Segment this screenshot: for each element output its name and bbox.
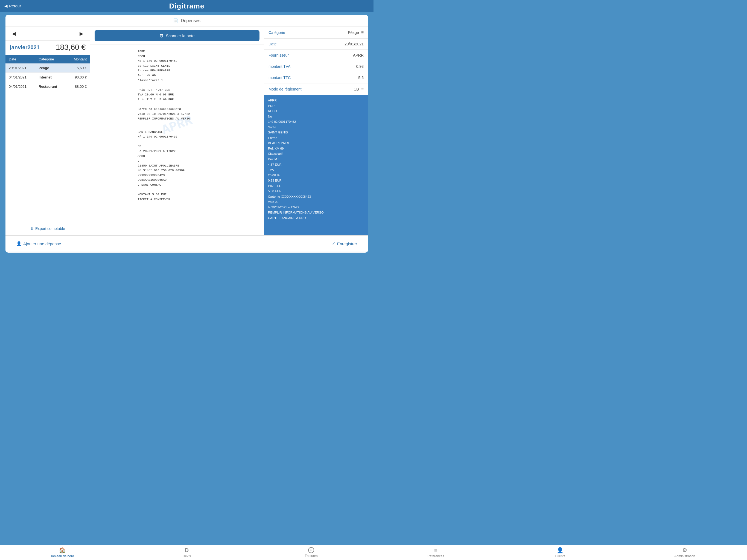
menu-icon[interactable]: ≡: [361, 87, 364, 92]
receipt-line: [138, 125, 216, 130]
col-date: Date: [5, 55, 35, 63]
cell-date: 04/01/2021: [5, 73, 35, 82]
receipt-line: [138, 123, 216, 123]
scan-button[interactable]: 🖼 Scanner la note: [95, 30, 259, 41]
ocr-line: TVA: [268, 167, 364, 173]
ocr-line: 20.00 %: [268, 173, 364, 178]
ocr-list: APRRPRRRECUNo149 02 0001170452SortieSAIN…: [264, 95, 368, 235]
cell-date: 04/01/2021: [5, 82, 35, 91]
receipt-line: CB: [138, 144, 216, 149]
field-row: Fournisseur APRR: [264, 50, 368, 61]
receipt-line: 21850 SAINT-APOLLINAIRE: [138, 163, 216, 169]
app-header: ◀ Retour Digitrame: [0, 0, 374, 12]
receipt-line: REMPLIR INFORMATIONS AU VERSO: [138, 117, 216, 121]
ocr-line: Ref. KM 69: [268, 146, 364, 152]
field-value: 29/01/2021: [344, 42, 364, 46]
receipt-line: CARTE BANCAIRE: [138, 130, 216, 135]
receipt-content: APRR APRRRECUNo 1 149 02 0001170452Sorti…: [133, 45, 221, 206]
month-nav: ◀ ▶: [5, 27, 90, 41]
cell-date: 29/01/2021: [5, 63, 35, 73]
receipt-line: [138, 187, 216, 193]
receipt-line: APRR: [138, 154, 216, 159]
fields-container: Catégorie Péage ≡ Date 29/01/2021 Fourni…: [264, 27, 368, 95]
receipt-line: .: [138, 159, 216, 163]
ocr-line: REMPLIR INFORMATIONS AU VERSO: [268, 210, 364, 215]
ocr-line: CARTE BANCAIRE A DRD: [268, 215, 364, 221]
cell-amount: 90,00 €: [66, 73, 90, 82]
add-icon: 👤: [17, 241, 22, 246]
ocr-line: Prix T.T.C.: [268, 183, 364, 189]
left-panel: ◀ ▶ janvier2021 183,60 € Date Catégorie …: [5, 27, 90, 235]
field-row: Catégorie Péage ≡: [264, 27, 368, 39]
table-header-row: Date Catégorie Montant: [5, 55, 90, 63]
content-area: ◀ ▶ janvier2021 183,60 € Date Catégorie …: [5, 27, 368, 235]
ocr-line: BEAUREPAIRE: [268, 141, 364, 146]
ocr-line: Drix M.T.: [268, 157, 364, 162]
col-category: Catégorie: [35, 55, 66, 63]
scan-icon: 🖼: [159, 33, 163, 38]
field-value: APRR: [353, 53, 364, 57]
ocr-line: RECU: [268, 108, 364, 114]
cell-category: Internet: [35, 73, 66, 82]
ocr-line: 4.67 EUR: [268, 162, 364, 168]
receipt-line: MONTANT 5.60 EUR: [138, 192, 216, 197]
menu-icon[interactable]: ≡: [361, 30, 364, 35]
ocr-line: No: [268, 114, 364, 120]
receipt-area: APRR APRRRECUNo 1 149 02 0001170452Sorti…: [90, 45, 264, 235]
field-row: Date 29/01/2021: [264, 39, 368, 50]
field-label: Mode de règlement: [268, 87, 354, 91]
field-value: 5.6: [358, 75, 364, 80]
export-button[interactable]: ⬇ Export comptable: [10, 226, 85, 231]
add-expense-button[interactable]: 👤 Ajouter une dépense: [17, 241, 61, 246]
field-row: montant TVA 0.93: [264, 61, 368, 72]
next-month-button[interactable]: ▶: [77, 29, 85, 38]
receipt-line: Prix H.T. 4.67 EUR: [138, 88, 216, 93]
expense-table: Date Catégorie Montant 29/01/2021 Péage …: [5, 55, 90, 91]
month-total: 183,60 €: [40, 43, 85, 52]
receipt-line: APRR: [138, 49, 216, 54]
ocr-line: APRR: [268, 98, 364, 103]
add-label: Ajouter une dépense: [23, 241, 61, 246]
ocr-line: le 29/01/2021 a 17h22: [268, 205, 364, 210]
field-value: CB: [354, 87, 359, 91]
receipt-line: 998AAAB1698065A0: [138, 178, 216, 183]
field-label: Catégorie: [268, 30, 348, 35]
ocr-line: Classe'arif: [268, 151, 364, 157]
month-header: janvier2021 183,60 €: [5, 41, 90, 55]
receipt-line: TICKET A CONSERVER: [138, 197, 216, 202]
ocr-line: Sortie: [268, 125, 364, 130]
cell-amount: 5,60 €: [66, 63, 90, 73]
ocr-line: 149 02 0001170452: [268, 119, 364, 125]
receipt-line: XXXXXXXXXXX8423: [138, 173, 216, 178]
ocr-line: SAINT GENIS: [268, 130, 364, 135]
field-label: montant TVA: [268, 64, 356, 69]
left-footer: ⬇ Export comptable: [5, 222, 90, 235]
receipt-line: Prix T.T.C. 5.60 EUR: [138, 97, 216, 102]
prev-month-button[interactable]: ◀: [10, 29, 18, 38]
expense-tbody: 29/01/2021 Péage 5,60 € 04/01/2021 Inter…: [5, 63, 90, 91]
table-row[interactable]: 04/01/2021 Internet 90,00 €: [5, 73, 90, 82]
ocr-line: 5.60 EUR: [268, 189, 364, 194]
field-value: 0.93: [356, 64, 364, 69]
receipt-line: Le 29/01/2021 a 17h22: [138, 149, 216, 154]
table-row[interactable]: 04/01/2021 Restaurant 88,00 €: [5, 82, 90, 91]
receipt-line: C SANS CONTACT: [138, 183, 216, 187]
receipt-line: N° 1 149 02 0001170452: [138, 134, 216, 139]
field-row: montant TTC 5.6: [264, 72, 368, 83]
action-bar: 👤 Ajouter une dépense ✓ Enregistrer: [5, 235, 368, 252]
back-button[interactable]: ◀ Retour: [4, 4, 21, 8]
save-button[interactable]: ✓ Enregistrer: [332, 241, 357, 246]
field-label: Date: [268, 42, 344, 46]
receipt-line: Carte no XXXXXXXXXXX8423: [138, 107, 216, 112]
right-panel: Catégorie Péage ≡ Date 29/01/2021 Fourni…: [264, 27, 368, 235]
receipt-line: RECU: [138, 54, 216, 59]
main-wrapper: 📄 Dépenses ◀ ▶ janvier2021 183,60 € Date…: [5, 15, 368, 253]
page-title-bar: 📄 Dépenses: [5, 15, 368, 27]
receipt-line: Classe'tarif 1: [138, 78, 216, 83]
middle-panel: 🖼 Scanner la note APRR APRRRECUNo 1 149 …: [90, 27, 264, 235]
export-icon: ⬇: [30, 226, 34, 231]
table-row[interactable]: 29/01/2021 Péage 5,60 €: [5, 63, 90, 73]
receipt-line: Ref. KM 69: [138, 73, 216, 78]
receipt-line: Sortie SAINT GENIS: [138, 64, 216, 69]
ocr-line: Entree: [268, 135, 364, 141]
